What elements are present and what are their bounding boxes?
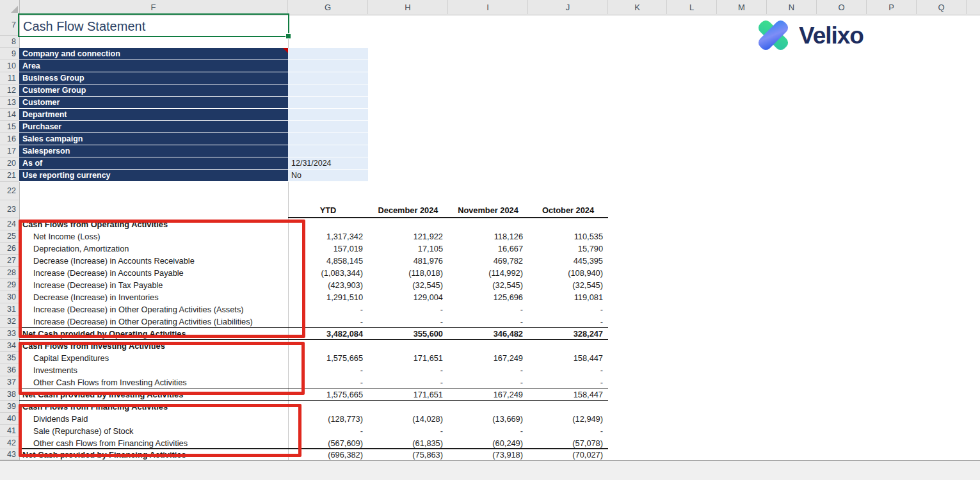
- statement-value-43-j[interactable]: (70,027): [528, 449, 603, 460]
- filter-label-13[interactable]: Customer: [19, 97, 288, 109]
- statement-value-33-h[interactable]: 355,600: [368, 328, 443, 340]
- filter-label-12[interactable]: Customer Group: [19, 84, 288, 97]
- statement-value-33-j[interactable]: 328,247: [528, 328, 603, 340]
- statement-value-40-i[interactable]: (13,669): [448, 413, 523, 425]
- filter-value-11[interactable]: [288, 72, 368, 84]
- statement-value-30-h[interactable]: 129,004: [368, 291, 443, 303]
- period-header-1: YTD: [288, 200, 368, 218]
- statement-value-28-j[interactable]: (108,940): [528, 267, 603, 279]
- selected-cell-outline[interactable]: [18, 13, 289, 37]
- filter-label-16[interactable]: Sales campaign: [19, 133, 288, 145]
- statement-value-43-i[interactable]: (73,918): [448, 449, 523, 460]
- statement-value-27-j[interactable]: 445,395: [528, 255, 603, 267]
- select-all-corner[interactable]: [0, 0, 20, 14]
- velixo-logo: Velixo: [754, 17, 864, 54]
- filter-label-21[interactable]: Use reporting currency: [19, 170, 288, 182]
- filter-label-15[interactable]: Purchaser: [19, 121, 288, 133]
- column-header-n[interactable]: N: [767, 0, 817, 14]
- statement-value-33-i[interactable]: 346,482: [448, 328, 523, 340]
- column-header-k[interactable]: K: [608, 0, 667, 14]
- statement-value-30-j[interactable]: 119,081: [528, 291, 603, 303]
- annotation-box-operating: [19, 220, 305, 338]
- statement-value-38-j[interactable]: 158,447: [528, 388, 603, 401]
- period-header-underline: [288, 217, 608, 218]
- statement-value-41-h[interactable]: -: [368, 425, 443, 437]
- filter-value-21[interactable]: No: [288, 170, 368, 182]
- column-header-g[interactable]: G: [288, 0, 368, 14]
- statement-value-32-j[interactable]: -: [528, 316, 603, 328]
- statement-value-26-i[interactable]: 16,667: [448, 243, 523, 255]
- period-header-3: November 2024: [448, 200, 528, 218]
- annotation-box-financing: [19, 404, 301, 457]
- statement-value-37-i[interactable]: -: [448, 376, 523, 388]
- column-header-j[interactable]: J: [528, 0, 608, 14]
- statement-value-35-h[interactable]: 171,651: [368, 352, 443, 364]
- statement-value-41-j[interactable]: -: [528, 425, 603, 437]
- statement-value-38-i[interactable]: 167,249: [448, 388, 523, 401]
- statement-value-36-i[interactable]: -: [448, 364, 523, 376]
- filter-label-10[interactable]: Area: [19, 60, 288, 72]
- statement-value-29-h[interactable]: (32,545): [368, 279, 443, 291]
- column-header-h[interactable]: H: [368, 0, 448, 14]
- column-header-f[interactable]: F: [19, 0, 288, 14]
- period-header-2: December 2024: [368, 200, 448, 218]
- period-header-4: October 2024: [528, 200, 608, 218]
- filter-label-11[interactable]: Business Group: [19, 72, 288, 84]
- filter-value-10[interactable]: [288, 60, 368, 72]
- statement-value-32-h[interactable]: -: [368, 316, 443, 328]
- filter-label-14[interactable]: Department: [19, 109, 288, 121]
- column-header-o[interactable]: O: [817, 0, 867, 14]
- statement-value-37-h[interactable]: -: [368, 376, 443, 388]
- statement-value-31-h[interactable]: -: [368, 303, 443, 316]
- comment-indicator-icon: [283, 48, 288, 53]
- statement-value-40-j[interactable]: (12,949): [528, 413, 603, 425]
- statement-value-35-j[interactable]: 158,447: [528, 352, 603, 364]
- statement-value-31-i[interactable]: -: [448, 303, 523, 316]
- filter-value-14[interactable]: [288, 109, 368, 121]
- statement-value-27-i[interactable]: 469,782: [448, 255, 523, 267]
- statement-value-25-i[interactable]: 118,126: [448, 230, 523, 243]
- filter-value-17[interactable]: [288, 145, 368, 157]
- statement-value-37-j[interactable]: -: [528, 376, 603, 388]
- statement-value-41-i[interactable]: -: [448, 425, 523, 437]
- column-header-l[interactable]: L: [667, 0, 717, 14]
- sheet-tab-bar: › Cash Flow Statement Options Informatio…: [0, 460, 980, 480]
- statement-value-29-i[interactable]: (32,545): [448, 279, 523, 291]
- statement-value-31-j[interactable]: -: [528, 303, 603, 316]
- statement-value-26-j[interactable]: 15,790: [528, 243, 603, 255]
- statement-value-36-j[interactable]: -: [528, 364, 603, 376]
- filter-value-20[interactable]: 12/31/2024: [288, 157, 368, 170]
- filter-label-17[interactable]: Salesperson: [19, 145, 288, 157]
- selection-fill-handle[interactable]: [285, 33, 291, 39]
- statement-value-43-h[interactable]: (75,863): [368, 449, 443, 460]
- filter-label-20[interactable]: As of: [19, 157, 288, 170]
- velixo-logo-text: Velixo: [799, 24, 864, 47]
- column-header-q[interactable]: Q: [917, 0, 967, 14]
- statement-value-26-h[interactable]: 17,105: [368, 243, 443, 255]
- statement-value-28-i[interactable]: (114,992): [448, 267, 523, 279]
- spreadsheet-window: FGHIJKLMNOPQ 789101112131415161720212223…: [0, 0, 980, 480]
- statement-value-29-j[interactable]: (32,545): [528, 279, 603, 291]
- select-all-triangle-icon: [11, 6, 18, 13]
- filter-value-13[interactable]: [288, 97, 368, 109]
- statement-value-25-j[interactable]: 110,535: [528, 230, 603, 243]
- statement-value-36-h[interactable]: -: [368, 364, 443, 376]
- filter-value-15[interactable]: [288, 121, 368, 133]
- statement-value-30-i[interactable]: 125,696: [448, 291, 523, 303]
- filter-value-12[interactable]: [288, 84, 368, 97]
- statement-value-35-i[interactable]: 167,249: [448, 352, 523, 364]
- filter-value-9[interactable]: [288, 48, 368, 60]
- statement-value-28-h[interactable]: (118,018): [368, 267, 443, 279]
- statement-value-27-h[interactable]: 481,976: [368, 255, 443, 267]
- statement-value-40-h[interactable]: (14,028): [368, 413, 443, 425]
- statement-value-32-i[interactable]: -: [448, 316, 523, 328]
- statement-value-38-h[interactable]: 171,651: [368, 388, 443, 401]
- annotation-box-investing: [19, 342, 305, 395]
- filter-label-9[interactable]: Company and connection: [19, 48, 288, 60]
- statement-value-25-h[interactable]: 121,922: [368, 230, 443, 243]
- velixo-x-icon: [754, 17, 792, 54]
- column-header-m[interactable]: M: [717, 0, 767, 14]
- filter-value-16[interactable]: [288, 133, 368, 145]
- column-header-p[interactable]: P: [867, 0, 917, 14]
- column-header-i[interactable]: I: [448, 0, 528, 14]
